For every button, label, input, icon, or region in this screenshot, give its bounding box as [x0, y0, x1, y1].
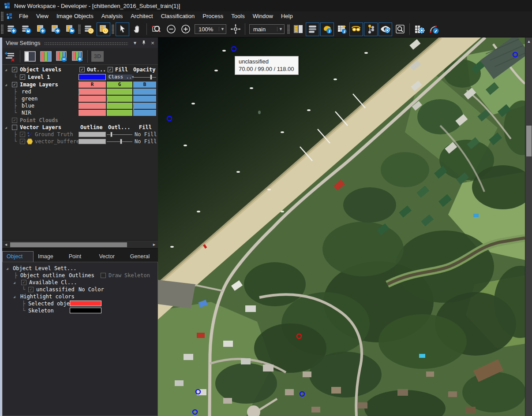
menu-image-objects[interactable]: Image Objects — [52, 11, 97, 21]
menu-view[interactable]: View — [32, 11, 52, 21]
scrollbar-thumb[interactable] — [10, 242, 127, 247]
blue-g-cell[interactable] — [107, 103, 132, 109]
pin-icon[interactable] — [140, 39, 147, 46]
feature-view-info-button[interactable]: i — [335, 22, 348, 36]
object-levels-checkbox[interactable]: ✓ — [12, 67, 17, 72]
tree-row-image-layers[interactable]: ◢ ✓ Image Layers R G B — [2, 81, 158, 88]
select-cursor-button[interactable] — [116, 22, 129, 36]
nir-g-cell[interactable] — [107, 110, 132, 116]
menu-process[interactable]: Process — [199, 11, 227, 21]
split-view-button[interactable] — [291, 22, 305, 36]
tree-row-object-levels[interactable]: ◢ ✓ Object Levels ✓ Out... ✓ Fill Opacit… — [2, 66, 158, 73]
workspace-history-button[interactable] — [82, 22, 96, 36]
expand-triangle-icon[interactable]: ◢ — [6, 265, 8, 272]
toolbar-grip-handle[interactable] — [1, 24, 4, 34]
red-r-cell[interactable] — [79, 89, 106, 95]
expand-triangle-icon[interactable]: ◢ — [5, 124, 7, 131]
draw-skeleton-checkbox[interactable] — [101, 273, 106, 278]
vector-buffered-checkbox[interactable]: ✓ — [20, 139, 25, 144]
unclassified-checkbox[interactable]: ✓ — [28, 287, 34, 292]
edit-image-levels-button[interactable] — [3, 50, 17, 63]
nir-r-cell[interactable] — [79, 110, 106, 116]
scroll-up-icon[interactable]: ▲ — [525, 38, 532, 45]
previous-layer-button[interactable] — [55, 50, 69, 63]
map-vertical-scrollbar[interactable]: ▲ — [525, 37, 532, 416]
tree-row-layer-nir[interactable]: └ NIR — [2, 109, 158, 116]
pan-center-button[interactable] — [229, 22, 242, 36]
tree-row-layer-green[interactable]: ├ green — [2, 95, 158, 102]
ols-row-object-outline[interactable]: ├ Object outline Outlines Draw Skeleton — [3, 272, 157, 279]
zoom-out-button[interactable] — [164, 22, 178, 36]
green-r-cell[interactable] — [79, 96, 106, 102]
unclassified-color-value[interactable]: No Color — [79, 286, 104, 293]
level1-fill-combo[interactable]: Class .. ▼ — [107, 74, 132, 80]
level1-opacity-slider[interactable] — [133, 74, 156, 80]
menu-tools[interactable]: Tools — [227, 11, 248, 21]
green-g-cell[interactable] — [107, 96, 132, 102]
blue-r-cell[interactable] — [79, 103, 106, 109]
class-info-button[interactable]: i — [320, 22, 334, 36]
tab-vector-layers[interactable]: Vector La... — [94, 251, 125, 262]
ground-truth-outline-swatch[interactable] — [79, 132, 106, 137]
scene-history-button[interactable] — [97, 22, 110, 36]
mix-three-layers-rgb-button[interactable] — [39, 50, 53, 63]
map-viewport[interactable]: unclassified 70.00 / 99.00 / 118.00 ▲ — [158, 37, 532, 416]
blue-b-cell[interactable] — [133, 103, 156, 109]
tree-row-vector-buffered[interactable]: └ ✓ vector_buffered No Fill — [2, 138, 158, 145]
ols-row-selected-object[interactable]: ├ Selected object — [3, 300, 157, 307]
chevron-down-icon[interactable]: ▼ — [131, 39, 139, 46]
single-layer-grayscale-button[interactable] — [23, 50, 37, 63]
expand-triangle-icon[interactable]: ◢ — [13, 279, 15, 286]
nir-b-cell[interactable] — [133, 110, 156, 116]
chevron-down-icon[interactable]: ▼ — [219, 27, 226, 31]
ols-row-available-classes[interactable]: ◢ ✓ Available Cl... — [3, 279, 157, 286]
skeleton-color-swatch[interactable] — [70, 308, 101, 313]
menu-file[interactable]: File — [15, 11, 32, 21]
vector-buffered-outline-swatch[interactable] — [79, 139, 106, 144]
new-workspace-button[interactable] — [5, 22, 19, 36]
red-b-cell[interactable] — [133, 89, 156, 95]
ols-row-root[interactable]: ◢ Object Level Sett... — [3, 265, 157, 272]
available-classes-checkbox[interactable]: ✓ — [21, 280, 26, 285]
import-scene-button[interactable] — [49, 22, 62, 36]
red-g-cell[interactable] — [107, 89, 132, 95]
menu-window[interactable]: Window — [249, 11, 277, 21]
selected-object-color-swatch[interactable] — [70, 301, 101, 306]
menu-help[interactable]: Help — [277, 11, 297, 21]
tree-row-ground-truth[interactable]: ├ ✓ Ground Truth No Fill — [2, 131, 158, 138]
ground-truth-width-slider[interactable] — [107, 131, 132, 137]
scroll-right-icon[interactable]: ► — [151, 242, 157, 248]
tree-row-vector-layers[interactable]: ◢ Vector Layers Outline Outl... Fill — [2, 124, 158, 131]
ground-truth-checkbox[interactable]: ✓ — [20, 132, 25, 137]
polygon-edit-button[interactable] — [427, 22, 441, 36]
toolbar-grip-handle[interactable] — [287, 24, 290, 34]
scrollbar-thumb[interactable] — [526, 126, 532, 156]
vector-layers-checkbox[interactable] — [12, 125, 17, 130]
tab-image-layers[interactable]: Image La... — [34, 251, 64, 262]
image-layers-checkbox[interactable]: ✓ — [12, 82, 17, 87]
menu-analysis[interactable]: Analysis — [97, 11, 127, 21]
green-b-cell[interactable] — [133, 96, 156, 102]
tab-general-settings[interactable]: General S... — [126, 251, 158, 262]
scroll-left-icon[interactable]: ◄ — [3, 242, 9, 248]
area-zoom-button[interactable] — [150, 22, 163, 36]
fill-column-checkbox[interactable]: ✓ — [108, 67, 113, 72]
ols-row-skeleton[interactable]: └ Skeleton — [3, 307, 157, 314]
tree-row-layer-blue[interactable]: ├ blue — [2, 102, 158, 109]
level1-checkbox[interactable]: ✓ — [20, 74, 25, 80]
open-project-button[interactable] — [63, 22, 77, 36]
expand-triangle-icon[interactable]: ◢ — [5, 82, 7, 89]
chevron-down-icon[interactable]: ▼ — [277, 27, 284, 31]
view-settings-button[interactable] — [378, 22, 392, 36]
menu-classification[interactable]: Classification — [157, 11, 199, 21]
level1-outline-color-swatch[interactable] — [79, 74, 106, 80]
pan-hand-button[interactable] — [130, 22, 144, 36]
view-classification-glasses-button[interactable] — [349, 22, 363, 36]
ols-row-highlight-colors[interactable]: ◢ Hightlight colors — [3, 293, 157, 300]
add-project-button[interactable] — [34, 22, 48, 36]
outline-column-checkbox[interactable]: ✓ — [79, 67, 85, 72]
vector-buffered-width-slider[interactable] — [107, 138, 132, 145]
toolbar-grip-handle[interactable] — [78, 24, 81, 34]
toolbar-grip-handle[interactable] — [112, 24, 114, 34]
next-layer-button[interactable] — [71, 50, 85, 63]
